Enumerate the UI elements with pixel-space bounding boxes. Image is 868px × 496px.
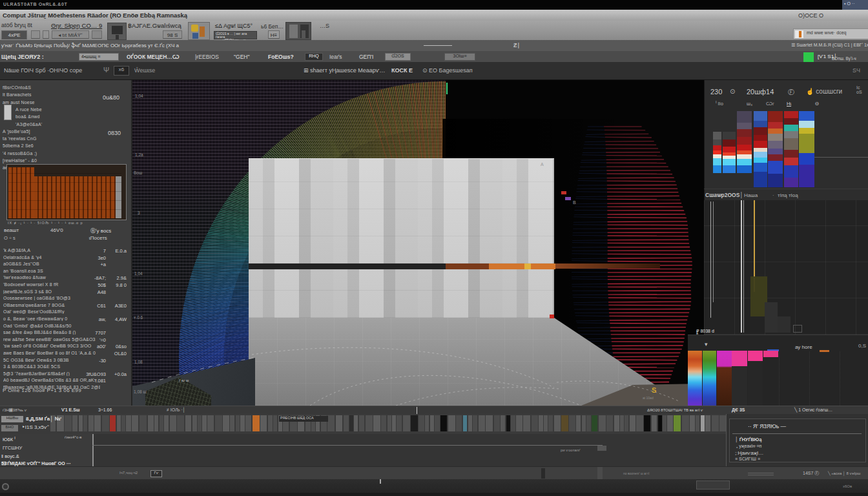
svg-text:S: S — [652, 386, 656, 394]
svg-text:at 10ad: at 10ad — [643, 396, 654, 400]
svg-text:B: B — [573, 200, 576, 205]
svg-text:A: A — [541, 162, 544, 167]
